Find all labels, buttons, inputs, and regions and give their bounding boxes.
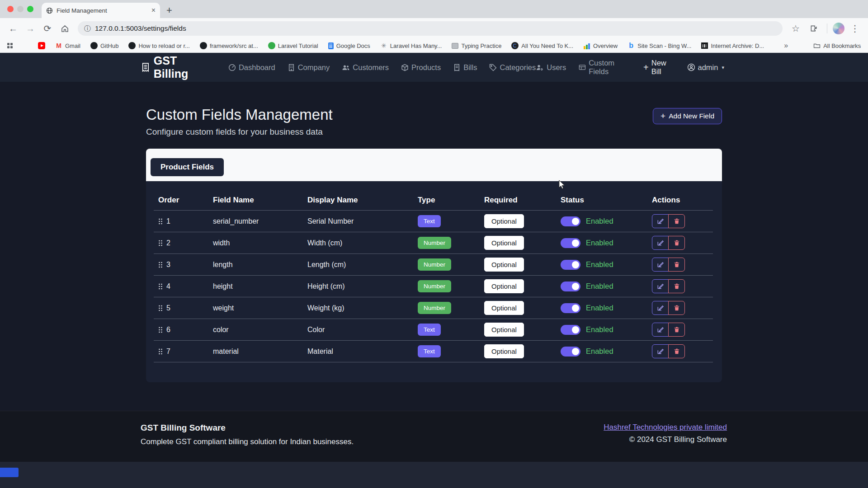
edit-button[interactable] xyxy=(652,214,669,228)
status-toggle[interactable] xyxy=(561,325,580,335)
extensions-icon[interactable] xyxy=(806,21,821,36)
edit-icon xyxy=(657,218,664,225)
status-toggle[interactable] xyxy=(561,260,580,270)
all-bookmarks-button[interactable]: All Bookmarks xyxy=(813,42,861,49)
nav-item-new-bill[interactable]: + New Bill xyxy=(643,59,674,76)
nav-item-users[interactable]: Users xyxy=(536,63,566,72)
nav-item-bills[interactable]: Bills xyxy=(453,63,477,72)
status-toggle[interactable] xyxy=(561,238,580,248)
status-toggle[interactable] xyxy=(561,282,580,291)
drag-handle-icon[interactable] xyxy=(158,261,163,268)
bookmark-item[interactable]: Overview xyxy=(583,42,618,49)
required-toggle-button[interactable]: Optional xyxy=(484,344,524,358)
overflow-chevron-icon[interactable]: » xyxy=(784,42,788,50)
bookmark-item[interactable]: Google Docs xyxy=(328,42,370,49)
add-new-field-button[interactable]: + Add New Field xyxy=(653,108,722,124)
nav-item-custom-fields[interactable]: Custom Fields xyxy=(579,59,631,76)
maximize-window-button[interactable] xyxy=(27,6,33,12)
browser-menu-icon[interactable]: ⋮ xyxy=(847,21,863,36)
site-info-icon[interactable]: ⓘ xyxy=(84,24,91,33)
bookmark-item[interactable]: bSite Scan - Bing W... xyxy=(627,42,691,49)
edit-icon xyxy=(657,239,664,246)
home-icon[interactable] xyxy=(57,21,72,36)
tab-product-fields[interactable]: Product Fields xyxy=(151,158,224,176)
bookmark-item[interactable] xyxy=(38,42,45,49)
trash-icon xyxy=(674,348,680,355)
edit-button[interactable] xyxy=(652,323,669,337)
bookmark-star-icon[interactable]: ☆ xyxy=(788,21,803,36)
delete-button[interactable] xyxy=(668,258,685,272)
brand[interactable]: GST Billing xyxy=(141,54,211,80)
bookmark-item[interactable]: How to reload or r... xyxy=(128,42,189,49)
dark-circle-icon xyxy=(128,42,136,49)
bookmark-item[interactable]: MGmail xyxy=(55,42,80,49)
bookmark-item[interactable]: framework/src at... xyxy=(200,42,258,49)
nav-item-customers[interactable]: Customers xyxy=(342,63,389,72)
profile-avatar[interactable] xyxy=(833,23,844,34)
edit-button[interactable] xyxy=(652,258,669,272)
bookmark-item[interactable]: Laravel Tutorial xyxy=(268,42,318,49)
drag-handle-icon[interactable] xyxy=(158,348,163,355)
delete-button[interactable] xyxy=(668,214,685,228)
bookmark-item[interactable]: All You Need To K... xyxy=(511,42,573,49)
nav-item-dashboard[interactable]: Dashboard xyxy=(228,63,275,72)
keyboard-icon xyxy=(452,43,458,49)
back-icon[interactable]: ← xyxy=(5,21,21,36)
type-badge: Text xyxy=(418,345,441,357)
close-window-button[interactable] xyxy=(7,6,14,12)
edit-button[interactable] xyxy=(652,344,669,358)
nav-item-categories[interactable]: Categories xyxy=(489,63,536,72)
status-toggle[interactable] xyxy=(561,216,580,226)
required-toggle-button[interactable]: Optional xyxy=(484,236,524,250)
bookmark-label: Site Scan - Bing W... xyxy=(637,42,691,49)
forward-icon[interactable]: → xyxy=(23,21,38,36)
delete-button[interactable] xyxy=(668,323,685,337)
address-bar[interactable]: ⓘ 127.0.0.1:5003/settings/fields xyxy=(78,21,783,36)
plus-icon: + xyxy=(660,111,665,121)
minimize-window-button[interactable] xyxy=(17,6,24,12)
bookmark-label: Laravel Tutorial xyxy=(278,42,318,49)
drag-handle-icon[interactable] xyxy=(158,218,163,225)
delete-button[interactable] xyxy=(668,344,685,358)
footer-company-link[interactable]: Hashref Technologies private limited xyxy=(604,423,727,432)
required-toggle-button[interactable]: Optional xyxy=(484,301,524,315)
drag-handle-icon[interactable] xyxy=(158,239,163,247)
status-toggle[interactable] xyxy=(561,303,580,313)
edit-button[interactable] xyxy=(652,279,669,293)
bookmark-item[interactable]: GitHub xyxy=(90,42,118,49)
required-toggle-button[interactable]: Optional xyxy=(484,214,524,228)
drag-handle-icon[interactable] xyxy=(158,305,163,312)
required-toggle-button[interactable]: Optional xyxy=(484,258,524,272)
order-number: 7 xyxy=(166,347,170,356)
bookmark-item[interactable]: Typing Practice xyxy=(452,42,501,49)
bookmark-item[interactable]: Internet Archive: D... xyxy=(701,42,764,49)
status-label: Enabled xyxy=(586,325,613,334)
delete-button[interactable] xyxy=(668,279,685,293)
tab-close-icon[interactable]: × xyxy=(151,7,156,14)
bookmarks-bar: MGmail GitHub How to reload or r... fram… xyxy=(0,39,868,53)
browser-tab[interactable]: Field Management × xyxy=(42,3,160,18)
apps-grid-icon[interactable] xyxy=(7,43,13,48)
drag-handle-icon[interactable] xyxy=(158,283,163,290)
order-number: 4 xyxy=(166,282,170,291)
edit-button[interactable] xyxy=(652,236,669,250)
status-toggle[interactable] xyxy=(561,347,580,357)
reload-icon[interactable]: ⟳ xyxy=(40,21,55,36)
required-toggle-button[interactable]: Optional xyxy=(484,279,524,293)
col-actions: Actions xyxy=(652,196,713,205)
gmail-icon: M xyxy=(55,42,62,49)
required-toggle-button[interactable]: Optional xyxy=(484,323,524,337)
delete-button[interactable] xyxy=(668,236,685,250)
display-name: Material xyxy=(307,347,418,356)
delete-button[interactable] xyxy=(668,301,685,315)
bookmark-item[interactable]: ✳Laravel Has Many... xyxy=(380,42,442,49)
drag-handle-icon[interactable] xyxy=(158,326,163,333)
nav-item-admin[interactable]: admin ▾ xyxy=(687,63,724,72)
nav-item-company[interactable]: Company xyxy=(288,63,330,72)
edit-icon xyxy=(657,261,664,268)
edit-button[interactable] xyxy=(652,301,669,315)
status-label: Enabled xyxy=(586,347,613,356)
field-name: color xyxy=(213,326,307,334)
nav-item-products[interactable]: Products xyxy=(401,63,441,72)
new-tab-button[interactable]: + xyxy=(166,5,172,15)
